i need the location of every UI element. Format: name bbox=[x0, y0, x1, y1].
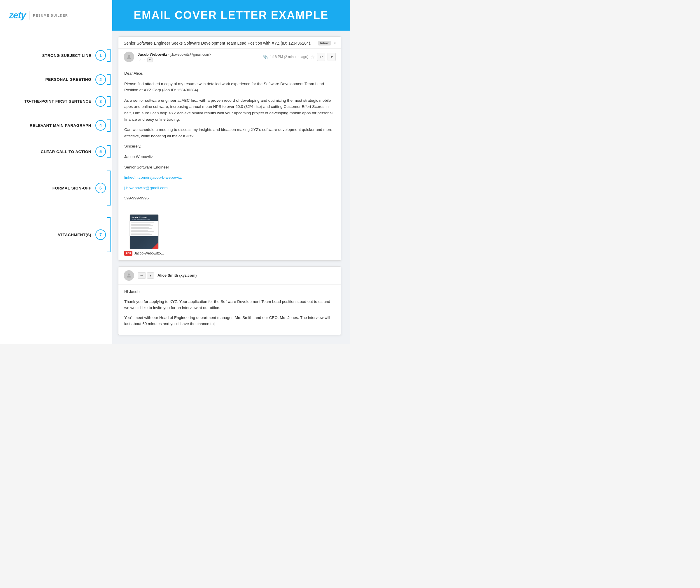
step-circle-6: 6 bbox=[95, 183, 106, 193]
paperclip-icon: 📎 bbox=[263, 55, 268, 59]
step-circle-7: 7 bbox=[95, 229, 106, 240]
sidebar-label-7: ATTACHMENT(S) bbox=[9, 233, 95, 237]
phone-number: 599-999-9995 bbox=[124, 195, 335, 201]
step-circle-3: 3 bbox=[95, 96, 106, 107]
logo-brand: zety bbox=[9, 10, 26, 21]
timestamp-text: 1:18 PM (2 minutes ago) bbox=[270, 55, 308, 59]
svg-point-1 bbox=[128, 273, 130, 275]
sidebar-item-7: ATTACHMENT(S) 7 bbox=[9, 211, 112, 258]
sidebar-label-6: FORMAL SIGN-OFF bbox=[9, 186, 95, 190]
to-me-button[interactable]: ▾ bbox=[147, 57, 152, 62]
reply-para2: You'll meet with our Head of Engineering… bbox=[124, 315, 335, 327]
step-circle-4: 4 bbox=[95, 120, 106, 131]
sidebar-label-4: RELEVANT MAIN PARAGRAPH bbox=[9, 123, 95, 128]
to-label: to me bbox=[138, 58, 147, 62]
email-subject-text: Senior Software Engineer Seeks Software … bbox=[124, 41, 315, 45]
brace-right-2 bbox=[107, 74, 110, 85]
email-para3: Can we schedule a meeting to discuss my … bbox=[124, 127, 335, 139]
sidebar-item-4: RELEVANT MAIN PARAGRAPH 4 bbox=[9, 112, 112, 138]
email-timestamp: 📎 1:18 PM (2 minutes ago) ☆ ↩ ▾ bbox=[263, 53, 336, 61]
step-circle-2: 2 bbox=[95, 74, 106, 85]
inbox-badge: Inbox bbox=[318, 41, 331, 45]
reply-body: Hi Jacob, Thank you for applying to XYZ.… bbox=[118, 285, 341, 335]
reply-panel: ↩ ▾ Alice Smith (xyz.com) Hi Jacob, Than… bbox=[118, 266, 341, 335]
sidebar-item-1: STRONG SUBJECT LINE 1 bbox=[9, 42, 112, 69]
sidebar-item-6: FORMAL SIGN-OFF 6 bbox=[9, 165, 112, 211]
more-icon[interactable]: ▾ bbox=[327, 53, 336, 61]
email-para2: As a senior software engineer at ABC Inc… bbox=[124, 97, 335, 122]
top-header-row: zety RESUME BUILDER EMAIL COVER LETTER E… bbox=[0, 0, 350, 31]
email-header-right: 📎 1:18 PM (2 minutes ago) ☆ ↩ ▾ bbox=[263, 52, 336, 61]
thumb-body bbox=[130, 221, 158, 236]
sidebar-label-2: PERSONAL GREETING bbox=[9, 77, 95, 82]
header-bar: EMAIL COVER LETTER EXAMPLE bbox=[112, 0, 350, 31]
sidebar-item-3: TO-THE-POINT FIRST SENTENCE 3 bbox=[9, 90, 112, 112]
pdf-badge: PDF bbox=[124, 251, 132, 256]
email-subject-row: Senior Software Engineer Seeks Software … bbox=[118, 37, 341, 49]
email-title: Senior Software Engineer bbox=[124, 164, 335, 171]
brace-right-3 bbox=[107, 96, 110, 107]
brace-right-6 bbox=[107, 171, 110, 206]
brace-right-7 bbox=[107, 217, 110, 252]
thumb-corner bbox=[152, 243, 158, 249]
reply-avatar bbox=[124, 270, 134, 281]
reply-para1: Thank you for applying to XYZ. Your appl… bbox=[124, 299, 335, 311]
thumb-header: Jacob Webowitz Senior Software Engineer bbox=[130, 215, 158, 221]
email-panel: Senior Software Engineer Seeks Software … bbox=[118, 36, 341, 261]
top-area: zety RESUME BUILDER EMAIL COVER LETTER E… bbox=[0, 0, 350, 31]
reply-button[interactable]: ↩ bbox=[138, 272, 146, 279]
reply-sender: Alice Smith (xyz.com) bbox=[157, 273, 196, 278]
sidebar-label-3: TO-THE-POINT FIRST SENTENCE bbox=[9, 99, 95, 103]
sidebar: STRONG SUBJECT LINE 1 PERSONAL GREETING … bbox=[0, 31, 112, 344]
sidebar-item-2: PERSONAL GREETING 2 bbox=[9, 69, 112, 90]
email-meta-info: Jacob Webowitz <j.b.webowitz@gmail.com> … bbox=[138, 52, 259, 62]
sender-name-row: Jacob Webowitz <j.b.webowitz@gmail.com> bbox=[138, 52, 259, 57]
email-greeting: Dear Alice, bbox=[124, 70, 335, 77]
reply-icon[interactable]: ↩ bbox=[317, 53, 325, 61]
logo-section: zety RESUME BUILDER bbox=[0, 0, 112, 31]
email-link[interactable]: j.b.webowitz@gmail.com bbox=[124, 186, 168, 190]
logo-divider bbox=[29, 11, 29, 20]
brace-right-5 bbox=[107, 145, 110, 158]
linkedin-link[interactable]: linkedin.com/in/jacob-b-webowitz bbox=[124, 175, 182, 180]
attachment-item: Jacob Webowitz Senior Software Engineer bbox=[124, 214, 164, 256]
attachment-name: Jacob-Webowitz-... bbox=[134, 251, 164, 255]
email-meta-row: Jacob Webowitz <j.b.webowitz@gmail.com> … bbox=[118, 49, 341, 65]
sidebar-label-5: CLEAR CALL TO ACTION bbox=[9, 150, 95, 154]
inbox-close-icon[interactable]: × bbox=[334, 41, 336, 45]
email-sender-closing: Jacob Webowitz bbox=[124, 154, 335, 160]
sender-avatar bbox=[124, 52, 134, 62]
svg-point-0 bbox=[128, 55, 130, 57]
email-to-row: to me ▾ bbox=[138, 57, 259, 62]
email-closing: Sincerely, bbox=[124, 143, 335, 150]
attachment-area: Jacob Webowitz Senior Software Engineer bbox=[118, 211, 341, 260]
bracket-7 bbox=[106, 211, 112, 258]
bracket-5 bbox=[106, 145, 112, 158]
bracket-2 bbox=[106, 74, 112, 85]
sidebar-item-5: CLEAR CALL TO ACTION 5 bbox=[9, 138, 112, 165]
resume-thumbnail[interactable]: Jacob Webowitz Senior Software Engineer bbox=[129, 214, 159, 249]
brace-right-4 bbox=[107, 119, 110, 132]
bracket-3 bbox=[106, 96, 112, 107]
bracket-4 bbox=[106, 119, 112, 132]
reply-header: ↩ ▾ Alice Smith (xyz.com) bbox=[118, 267, 341, 285]
step-circle-5: 5 bbox=[95, 146, 106, 157]
sidebar-label-1: STRONG SUBJECT LINE bbox=[9, 53, 95, 58]
brace-right-1 bbox=[107, 49, 110, 62]
sender-email: <j.b.webowitz@gmail.com> bbox=[168, 52, 211, 57]
logo-subtitle: RESUME BUILDER bbox=[33, 14, 68, 17]
content-area: Senior Software Engineer Seeks Software … bbox=[112, 31, 350, 344]
text-cursor bbox=[214, 322, 214, 326]
reply-more-button[interactable]: ▾ bbox=[147, 272, 154, 279]
main-container: STRONG SUBJECT LINE 1 PERSONAL GREETING … bbox=[0, 31, 350, 344]
email-body: Dear Alice, Please find attached a copy … bbox=[118, 65, 341, 211]
reply-action-buttons: ↩ ▾ bbox=[138, 272, 154, 279]
star-icon: ☆ bbox=[310, 54, 315, 60]
page-title: EMAIL COVER LETTER EXAMPLE bbox=[134, 9, 329, 22]
sender-name: Jacob Webowitz bbox=[138, 52, 167, 57]
step-circle-1: 1 bbox=[95, 50, 106, 61]
bracket-1 bbox=[106, 49, 112, 62]
reply-greeting: Hi Jacob, bbox=[124, 289, 335, 295]
pdf-row: PDF Jacob-Webowitz-... bbox=[124, 251, 164, 256]
email-para1: Please find attached a copy of my resume… bbox=[124, 81, 335, 93]
